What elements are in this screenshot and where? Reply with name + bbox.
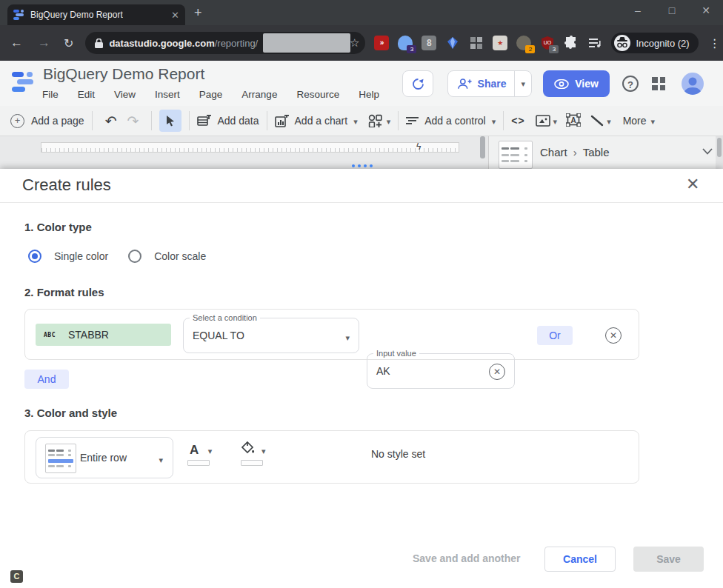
- avatar[interactable]: [682, 73, 704, 95]
- save-add-another-button[interactable]: Save and add another: [413, 552, 520, 564]
- tab-title: BigQuery Demo Report: [30, 10, 123, 20]
- view-button[interactable]: View: [543, 70, 610, 97]
- extensions-puzzle-icon[interactable]: [564, 36, 579, 50]
- save-button[interactable]: Save: [633, 547, 704, 572]
- reload-icon[interactable]: ↻: [64, 36, 73, 50]
- toolbar-divider: [92, 111, 93, 130]
- ext-ghost-icon[interactable]: 3: [398, 36, 413, 50]
- add-control-caret: [492, 115, 496, 127]
- fill-color-swatch: [241, 460, 263, 466]
- report-title[interactable]: BigQuery Demo Report: [43, 65, 204, 83]
- add-control-button[interactable]: Add a control: [406, 115, 496, 127]
- color-scale-radio[interactable]: [128, 250, 141, 263]
- window-maximize-button[interactable]: □: [661, 4, 683, 16]
- community-viz-button[interactable]: [368, 114, 391, 127]
- forward-icon[interactable]: →: [38, 36, 50, 50]
- lightning-icon: ϟ: [416, 141, 421, 152]
- url-domain: datastudio.google.com: [109, 38, 214, 49]
- ext-shield-icon[interactable]: UO3: [540, 36, 555, 50]
- line-tool-button[interactable]: [590, 115, 611, 127]
- bookmark-star-icon[interactable]: ☆: [350, 36, 359, 50]
- or-button[interactable]: Or: [537, 326, 573, 345]
- line-caret: [607, 115, 611, 127]
- add-data-button[interactable]: Add data: [197, 115, 259, 127]
- new-tab-button[interactable]: +: [194, 6, 202, 19]
- menu-resource[interactable]: Resource: [296, 89, 339, 100]
- ext-shield-badge: 3: [549, 45, 559, 53]
- condition-select[interactable]: Select a condition EQUAL TO: [183, 318, 359, 353]
- menu-insert[interactable]: Insert: [155, 89, 180, 100]
- ext-video-speed-icon[interactable]: »: [374, 36, 389, 50]
- panel-scrollbar-thumb[interactable]: [480, 136, 485, 158]
- chart-type-thumbnail[interactable]: [499, 141, 533, 169]
- condition-select-value: EQUAL TO: [193, 330, 244, 341]
- fill-color-caret: [261, 444, 266, 457]
- menu-edit[interactable]: Edit: [78, 89, 95, 100]
- menu-view[interactable]: View: [114, 89, 136, 100]
- share-button[interactable]: Share: [447, 70, 532, 97]
- fill-color-control[interactable]: [241, 441, 275, 466]
- ext-grid-icon[interactable]: [469, 36, 484, 50]
- input-value-text: AK: [376, 365, 390, 377]
- embed-button[interactable]: <>: [511, 115, 524, 127]
- person-add-icon: [457, 78, 472, 90]
- media-queue-icon[interactable]: [587, 36, 602, 50]
- cancel-button[interactable]: Cancel: [544, 547, 616, 572]
- view-label: View: [575, 78, 599, 90]
- ext-star-card-icon[interactable]: ★: [493, 36, 507, 50]
- apply-to-value: Entire row: [80, 452, 127, 464]
- ext-gem-icon[interactable]: [445, 36, 460, 50]
- window-close-button[interactable]: ✕: [695, 4, 717, 16]
- select-tool-button[interactable]: [159, 110, 181, 132]
- lock-icon: [95, 39, 103, 48]
- clear-input-icon[interactable]: ✕: [489, 364, 505, 380]
- breadcrumb-type[interactable]: Table: [583, 146, 610, 158]
- text-box-button[interactable]: A: [566, 113, 581, 129]
- color-scale-label[interactable]: Color scale: [154, 250, 206, 262]
- redo-icon[interactable]: ↷: [127, 113, 139, 130]
- back-icon[interactable]: ←: [10, 36, 23, 50]
- chevron-down-icon[interactable]: [702, 148, 713, 155]
- share-dropdown-caret[interactable]: [514, 71, 531, 96]
- add-chart-caret: [353, 115, 358, 127]
- condition-select-label: Select a condition: [190, 313, 260, 322]
- breadcrumb-chart[interactable]: Chart: [540, 146, 567, 158]
- incognito-profile-chip[interactable]: Incognito (2): [611, 33, 698, 53]
- browser-tab[interactable]: BigQuery Demo Report ✕: [7, 4, 185, 25]
- single-color-radio[interactable]: [28, 250, 41, 263]
- cursor-icon: [165, 115, 176, 127]
- input-value-field[interactable]: Input value AK ✕: [367, 353, 515, 389]
- field-chip[interactable]: ABC STABBR: [36, 324, 171, 346]
- incognito-label: Incognito (2): [636, 38, 689, 49]
- incognito-icon: [614, 35, 630, 51]
- tab-close-icon[interactable]: ✕: [171, 10, 179, 21]
- more-button[interactable]: More: [623, 115, 655, 127]
- modal-close-icon[interactable]: ✕: [686, 175, 699, 194]
- menu-page[interactable]: Page: [199, 89, 223, 100]
- text-color-control[interactable]: A: [187, 443, 221, 466]
- menu-help[interactable]: Help: [359, 89, 379, 100]
- single-color-label[interactable]: Single color: [54, 250, 108, 262]
- panel-drag-handle[interactable]: [352, 164, 373, 167]
- browser-menu-kebab-icon[interactable]: ⋮: [709, 36, 721, 50]
- delete-rule-icon[interactable]: ✕: [605, 327, 622, 344]
- text-color-caret: [208, 444, 213, 456]
- window-minimize-button[interactable]: –: [627, 4, 649, 16]
- and-button[interactable]: And: [24, 370, 69, 389]
- ext-clock-icon[interactable]: 2: [516, 36, 531, 50]
- properties-panel-header: Chart › Table: [488, 136, 716, 169]
- window-scrollbar[interactable]: [716, 136, 723, 169]
- apps-grid-icon[interactable]: [651, 76, 666, 91]
- image-button[interactable]: [536, 115, 558, 127]
- menu-arrange[interactable]: Arrange: [241, 89, 277, 100]
- ext-gray-icon[interactable]: 8: [422, 36, 436, 50]
- more-caret: [651, 115, 656, 127]
- add-page-button[interactable]: + Add a page: [10, 114, 84, 128]
- address-bar[interactable]: datastudio.google.com/reporting/ ☆: [85, 32, 365, 54]
- refresh-data-button[interactable]: [402, 70, 433, 97]
- help-icon[interactable]: ?: [622, 76, 639, 92]
- undo-icon[interactable]: ↶: [105, 113, 117, 130]
- apply-to-select[interactable]: Entire row: [36, 437, 173, 478]
- add-chart-button[interactable]: Add a chart: [275, 115, 358, 127]
- menu-file[interactable]: File: [42, 89, 59, 100]
